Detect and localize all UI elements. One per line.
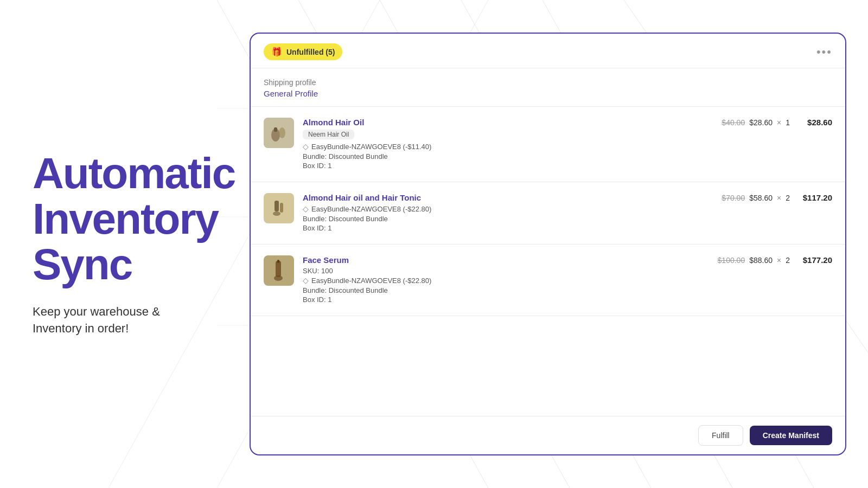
product-image: [264, 255, 294, 286]
price-separator: ×: [777, 118, 781, 127]
svg-rect-16: [275, 201, 279, 211]
product-box-id: Box ID: 1: [303, 224, 693, 232]
price-discounted: $88.60: [749, 256, 773, 265]
product-sku: SKU: 100: [303, 267, 693, 275]
bundle-icon: ◇: [303, 204, 309, 213]
bundle-code: EasyBundle-NZAWGOEVE8 (-$22.80): [311, 277, 431, 285]
shipping-label: Shipping profile: [264, 78, 832, 87]
price-qty: 1: [786, 118, 790, 127]
more-menu-button[interactable]: •••: [816, 45, 832, 59]
product-details: Almond Hair oil and Hair Tonic ◇ EasyBun…: [303, 193, 693, 233]
product-name[interactable]: Face Serum: [303, 255, 693, 265]
bundle-code: EasyBundle-NZAWGOEVE8 (-$22.80): [311, 205, 431, 213]
price-original: $70.00: [722, 194, 745, 202]
product-list: Almond Hair Oil Neem Hair Oil ◇ EasyBund…: [251, 107, 845, 416]
product-pricing: $70.00 $58.60 × 2 $117.20: [702, 193, 832, 202]
product-name[interactable]: Almond Hair oil and Hair Tonic: [303, 193, 693, 202]
product-box-id: Box ID: 1: [303, 162, 693, 170]
svg-rect-22: [277, 260, 279, 263]
shipping-profile-section: Shipping profile General Profile: [251, 68, 845, 107]
product-item: Almond Hair oil and Hair Tonic ◇ EasyBun…: [251, 182, 845, 245]
price-qty: 2: [786, 194, 790, 202]
hero-title: Automatic Inventory Sync: [33, 151, 217, 287]
svg-point-21: [274, 275, 283, 281]
unfulfilled-icon: 🎁: [271, 47, 282, 57]
svg-rect-17: [280, 203, 283, 213]
fulfill-button[interactable]: Fulfill: [698, 425, 743, 446]
price-qty: 2: [786, 256, 790, 265]
price-total: $177.20: [794, 255, 832, 265]
unfulfilled-label: Unfulfilled (5): [286, 48, 335, 56]
create-manifest-button[interactable]: Create Manifest: [750, 426, 832, 445]
price-separator: ×: [777, 256, 781, 265]
product-image: [264, 118, 294, 148]
product-variant-tag: Neem Hair Oil: [303, 130, 354, 139]
price-total: $117.20: [794, 193, 832, 202]
price-original: $40.00: [722, 118, 745, 127]
product-details: Almond Hair Oil Neem Hair Oil ◇ EasyBund…: [303, 118, 693, 171]
product-name[interactable]: Almond Hair Oil: [303, 118, 693, 127]
bottom-bar: Fulfill Create Manifest: [251, 416, 845, 454]
bundle-icon: ◇: [303, 142, 309, 151]
product-bundle-label: Bundle: Discounted Bundle: [303, 215, 693, 223]
bundle-icon: ◇: [303, 276, 309, 285]
top-bar: 🎁 Unfulfilled (5) •••: [251, 34, 845, 68]
shipping-profile-link[interactable]: General Profile: [264, 89, 318, 98]
product-image: [264, 193, 294, 223]
product-pricing: $100.00 $88.60 × 2 $177.20: [702, 255, 832, 265]
price-discounted: $28.60: [749, 118, 773, 127]
product-box-id: Box ID: 1: [303, 296, 693, 304]
price-discounted: $58.60: [749, 194, 773, 202]
svg-point-18: [273, 211, 280, 216]
product-bundle: ◇ EasyBundle-NZAWGOEVE8 (-$22.80): [303, 204, 693, 213]
product-pricing: $40.00 $28.60 × 1 $28.60: [702, 118, 832, 127]
price-separator: ×: [777, 194, 781, 202]
svg-rect-13: [274, 127, 277, 132]
product-item: Almond Hair Oil Neem Hair Oil ◇ EasyBund…: [251, 107, 845, 182]
product-details: Face Serum SKU: 100 ◇ EasyBundle-NZAWGOE…: [303, 255, 693, 305]
unfulfilled-badge: 🎁 Unfulfilled (5): [264, 43, 342, 60]
product-item: Face Serum SKU: 100 ◇ EasyBundle-NZAWGOE…: [251, 245, 845, 316]
product-bundle-label: Bundle: Discounted Bundle: [303, 286, 693, 294]
hero-subtitle: Keep your warehouse &Inventory in order!: [33, 304, 217, 337]
price-total: $28.60: [794, 118, 832, 127]
product-bundle-label: Bundle: Discounted Bundle: [303, 152, 693, 160]
svg-rect-20: [276, 261, 281, 277]
bundle-code: EasyBundle-NZAWGOEVE8 (-$11.40): [311, 143, 431, 151]
order-card: 🎁 Unfulfilled (5) ••• Shipping profile G…: [250, 33, 846, 455]
svg-point-14: [279, 127, 285, 138]
product-bundle: ◇ EasyBundle-NZAWGOEVE8 (-$11.40): [303, 142, 693, 151]
price-original: $100.00: [718, 256, 745, 265]
left-panel: Automatic Inventory Sync Keep your wareh…: [0, 0, 250, 488]
product-bundle: ◇ EasyBundle-NZAWGOEVE8 (-$22.80): [303, 276, 693, 285]
